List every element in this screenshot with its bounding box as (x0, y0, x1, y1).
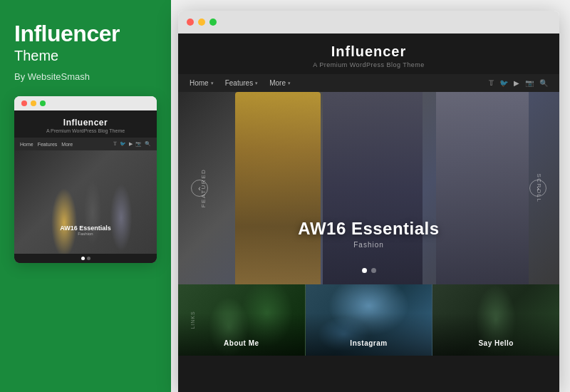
site-logo: Influencer (192, 43, 545, 60)
hero-title: AW16 Essentials (298, 219, 439, 239)
hero-figure-3 (436, 92, 529, 284)
home-chevron-icon: ▾ (211, 81, 214, 86)
mini-hero-category: Fashion (60, 232, 111, 236)
mini-site-nav: Home Features More 𝕋 🐦 ▶ 📷 🔍 (14, 138, 157, 150)
mini-close-dot (21, 100, 27, 106)
hero-dot-1[interactable] (362, 268, 367, 273)
hero-overlay-text: AW16 Essentials Fashion (298, 219, 439, 249)
site-nav-icons: 𝕋 🐦 ▶ 📷 🔍 (489, 79, 548, 87)
right-panel: Influencer A Premium WordPress Blog Them… (171, 0, 570, 392)
mini-dot-2 (87, 257, 90, 260)
mini-hero-bg: AW16 Essentials Fashion (14, 150, 157, 254)
features-chevron-icon: ▾ (255, 81, 258, 86)
site-header: Influencer A Premium WordPress Blog Them… (178, 33, 559, 74)
mini-bird-icon: 🐦 (120, 141, 126, 147)
card-about-label: About Me (224, 339, 259, 347)
theme-type: Theme (14, 48, 157, 64)
site-nav-home[interactable]: Home ▾ (190, 79, 214, 87)
mini-play-icon: ▶ (129, 141, 133, 147)
mini-nav-features[interactable]: Features (38, 142, 58, 147)
card-instagram-label: Instagram (350, 339, 387, 347)
site-tagline: A Premium WordPress Blog Theme (192, 61, 545, 68)
site-instagram-icon[interactable]: 📷 (525, 79, 534, 87)
mini-search-icon: 🔍 (145, 141, 151, 147)
site-search-icon[interactable]: 🔍 (539, 79, 548, 87)
hero-next-button[interactable]: › (529, 180, 546, 197)
mini-minimize-dot (31, 100, 36, 106)
main-browser: Influencer A Premium WordPress Blog Them… (178, 11, 559, 392)
left-sidebar: Influencer Theme By WebsiteSmash Influen… (0, 0, 171, 392)
site-nav: Home ▾ Features ▾ More ▾ 𝕋 🐦 ▶ 📷 🔍 (178, 74, 559, 92)
main-browser-bar (178, 11, 559, 33)
mini-dot-1 (81, 257, 85, 260)
hero-figures (178, 92, 559, 284)
site-links-label: Links (190, 311, 195, 329)
hero-figure-2 (323, 92, 423, 284)
site-hero: Featured Scroll ‹ › AW16 Essentials Fash… (178, 92, 559, 284)
mini-slider-dots (14, 254, 157, 263)
site-nav-more[interactable]: More ▾ (269, 79, 291, 87)
hero-slide-dots (362, 268, 376, 273)
mini-hero-section: AW16 Essentials Fashion (14, 150, 157, 254)
hero-category: Fashion (298, 241, 439, 249)
mini-site-logo: Influencer (19, 118, 152, 128)
mini-hero-title: AW16 Essentials (60, 225, 111, 232)
card-say-hello[interactable]: Say Hello (432, 284, 559, 356)
mini-browser-bar (14, 96, 157, 110)
mini-site-header: Influencer A Premium WordPress Blog Them… (14, 110, 157, 138)
mini-nav-more[interactable]: More (61, 142, 73, 147)
site-bird-icon[interactable]: 🐦 (499, 79, 508, 87)
card-instagram[interactable]: Instagram (306, 284, 433, 356)
hero-figure-1 (235, 92, 321, 284)
card-hello-label: Say Hello (478, 339, 514, 347)
mini-hero-figures (14, 150, 157, 254)
mini-camera-icon: 📷 (135, 141, 142, 147)
mini-browser-preview: Influencer A Premium WordPress Blog Them… (14, 96, 157, 263)
hero-dot-2[interactable] (371, 268, 376, 273)
site-twitter-icon[interactable]: 𝕋 (489, 79, 494, 87)
site-bottom-cards: Links About Me Instagram Say Hello (178, 284, 559, 356)
main-maximize-dot (209, 19, 217, 26)
site-nav-features[interactable]: Features ▾ (225, 79, 258, 87)
more-chevron-icon: ▾ (288, 81, 291, 86)
main-site-content: Influencer A Premium WordPress Blog Them… (178, 33, 559, 392)
mini-twitter-icon: 𝕋 (113, 141, 117, 147)
site-youtube-icon[interactable]: ▶ (514, 79, 519, 87)
theme-name: Influencer (14, 21, 157, 46)
mini-hero-overlay: AW16 Essentials Fashion (60, 225, 111, 236)
mini-site-content: Influencer A Premium WordPress Blog Them… (14, 110, 157, 263)
mini-maximize-dot (40, 100, 46, 106)
mini-site-tagline: A Premium WordPress Blog Theme (19, 128, 152, 133)
theme-author: By WebsiteSmash (14, 71, 157, 82)
main-close-dot (187, 19, 194, 26)
mini-nav-home[interactable]: Home (20, 142, 33, 147)
main-minimize-dot (198, 19, 205, 26)
mini-nav-icons: 𝕋 🐦 ▶ 📷 🔍 (113, 141, 151, 147)
hero-prev-button[interactable]: ‹ (191, 180, 208, 197)
card-about-me[interactable]: About Me (178, 284, 306, 356)
